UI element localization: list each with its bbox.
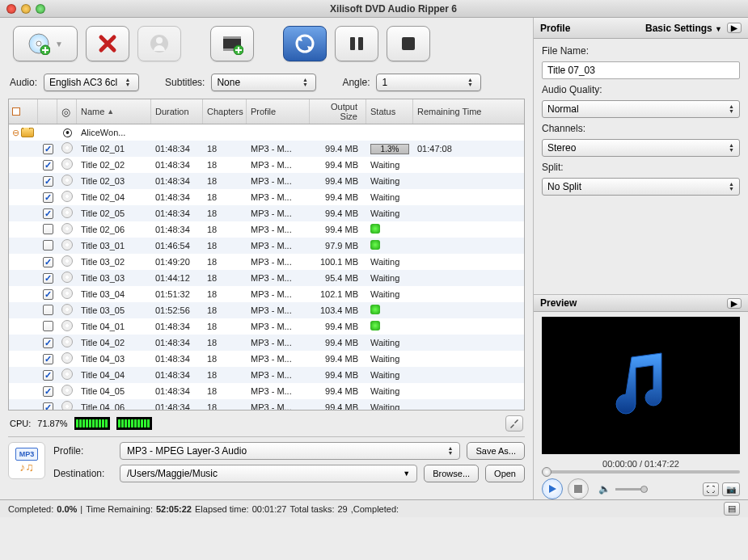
- row-chapters: 18: [203, 192, 247, 202]
- open-button[interactable]: Open: [485, 465, 525, 482]
- row-checkbox[interactable]: [43, 338, 53, 348]
- updown-icon: ▲▼: [464, 78, 475, 87]
- row-checkbox[interactable]: [43, 354, 53, 364]
- table-row[interactable]: Title 04_0401:48:3418MP3 - M...99.4 MBWa…: [9, 367, 524, 383]
- col-output[interactable]: Output Size: [310, 99, 366, 124]
- stop-button[interactable]: [387, 26, 430, 61]
- preview-slider[interactable]: [542, 470, 740, 474]
- clip-button[interactable]: [210, 26, 254, 61]
- disc-icon: [61, 368, 73, 380]
- split-select[interactable]: No Split ▲▼: [542, 178, 740, 196]
- play-button[interactable]: [542, 478, 563, 499]
- channels-select[interactable]: Stereo ▲▼: [542, 139, 740, 157]
- settings-dropdown[interactable]: Basic Settings ▼: [645, 23, 722, 34]
- save-as-button[interactable]: Save As...: [467, 442, 525, 460]
- row-output: 99.4 MB: [310, 225, 366, 234]
- col-chapters[interactable]: Chapters: [203, 99, 247, 124]
- profile-label: Profile:: [53, 445, 113, 457]
- table-row[interactable]: Title 04_0201:48:3418MP3 - M...99.4 MBWa…: [9, 335, 524, 351]
- add-disc-button[interactable]: ▼: [13, 26, 78, 61]
- remove-button[interactable]: [86, 26, 129, 61]
- row-checkbox[interactable]: [43, 386, 53, 397]
- row-profile: MP3 - M...: [247, 241, 310, 251]
- row-chapters: 18: [203, 144, 247, 154]
- row-status: [366, 240, 413, 251]
- table-row[interactable]: Title 02_0201:48:3418MP3 - M...99.4 MBWa…: [9, 157, 524, 173]
- preview-stop-button[interactable]: [568, 478, 589, 499]
- row-profile: MP3 - M...: [247, 338, 310, 347]
- table-row[interactable]: Title 03_0401:51:3218MP3 - M...102.1 MBW…: [9, 286, 524, 302]
- table-row[interactable]: Title 04_0501:48:3418MP3 - M...99.4 MBWa…: [9, 383, 524, 399]
- table-row[interactable]: Title 04_0601:48:3418MP3 - M...99.4 MBWa…: [9, 399, 524, 410]
- row-name: Title 02_01: [77, 144, 151, 154]
- table-row[interactable]: Title 04_0301:48:3418MP3 - M...99.4 MBWa…: [9, 351, 524, 367]
- row-checkbox[interactable]: [43, 321, 53, 331]
- table-row[interactable]: Title 02_0501:48:3418MP3 - M...99.4 MBWa…: [9, 205, 524, 221]
- angle-select[interactable]: 1 ▲▼: [376, 74, 481, 91]
- settings-button[interactable]: [505, 415, 523, 432]
- row-status: Waiting: [366, 338, 413, 347]
- table-row[interactable]: Title 02_0301:48:3418MP3 - M...99.4 MBWa…: [9, 173, 524, 189]
- table-row[interactable]: Title 02_0601:48:3418MP3 - M...99.4 MB: [9, 221, 524, 238]
- browse-button[interactable]: Browse...: [424, 465, 479, 482]
- table-row[interactable]: Title 03_0101:46:5418MP3 - M...97.9 MB: [9, 238, 524, 254]
- table-row[interactable]: Title 04_0101:48:3418MP3 - M...99.4 MB: [9, 318, 524, 335]
- row-duration: 01:48:34: [151, 322, 203, 331]
- close-button[interactable]: [6, 4, 16, 14]
- minimize-button[interactable]: [21, 4, 31, 14]
- col-duration[interactable]: Duration: [151, 99, 203, 124]
- row-duration: 01:48:34: [151, 354, 203, 364]
- fullscreen-button[interactable]: ⛶: [703, 482, 719, 496]
- row-checkbox[interactable]: [43, 208, 53, 219]
- audio-quality-label: Audio Quality:: [542, 84, 740, 95]
- pause-button[interactable]: [335, 26, 378, 61]
- audio-quality-select[interactable]: Normal ▲▼: [542, 100, 740, 118]
- convert-button[interactable]: [283, 26, 327, 61]
- expand-icon[interactable]: ▶: [727, 298, 742, 309]
- row-output: 99.4 MB: [310, 176, 366, 186]
- col-type[interactable]: ◎: [57, 99, 77, 124]
- expand-icon[interactable]: ▶: [727, 23, 742, 33]
- chevron-down-icon: ▼: [403, 469, 410, 478]
- volume-icon[interactable]: 🔈: [598, 483, 611, 495]
- table-row[interactable]: Title 03_0301:44:1218MP3 - M...95.4 MBWa…: [9, 270, 524, 286]
- table-row[interactable]: Title 03_0501:52:5618MP3 - M...103.4 MB: [9, 302, 524, 318]
- zoom-button[interactable]: [36, 4, 45, 14]
- row-checkbox[interactable]: [43, 224, 53, 234]
- row-checkbox[interactable]: [43, 305, 53, 315]
- filename-input[interactable]: [542, 61, 740, 79]
- table-row[interactable]: Title 02_0401:48:3418MP3 - M...99.4 MBWa…: [9, 189, 524, 205]
- row-checkbox[interactable]: [43, 402, 53, 411]
- group-row[interactable]: ⊖ ⦿ AliceWon...: [9, 124, 524, 141]
- row-checkbox[interactable]: [43, 144, 53, 154]
- row-checkbox[interactable]: [43, 176, 53, 187]
- subtitles-select[interactable]: None ▲▼: [211, 74, 316, 91]
- updown-icon: ▲▼: [122, 78, 133, 87]
- row-checkbox[interactable]: [43, 289, 53, 300]
- snapshot-button[interactable]: 📷: [722, 482, 740, 496]
- col-check[interactable]: [38, 99, 57, 124]
- row-duration: 01:48:34: [151, 338, 203, 347]
- row-checkbox[interactable]: [43, 273, 53, 284]
- col-remaining[interactable]: Remaining Time: [413, 99, 494, 124]
- row-checkbox[interactable]: [43, 257, 53, 267]
- row-checkbox[interactable]: [43, 192, 53, 203]
- row-name: Title 03_04: [77, 289, 151, 299]
- clear-button[interactable]: [137, 26, 181, 61]
- table-row[interactable]: Title 02_0101:48:3418MP3 - M...99.4 MB1.…: [9, 141, 524, 157]
- destination-field[interactable]: /Users/Maggie/Music ▼: [120, 465, 417, 482]
- row-checkbox[interactable]: [43, 370, 53, 381]
- col-profile[interactable]: Profile: [247, 99, 310, 124]
- disc-icon: [61, 336, 73, 347]
- slider-thumb[interactable]: [542, 467, 551, 477]
- col-expand[interactable]: [9, 99, 38, 124]
- row-checkbox[interactable]: [43, 240, 53, 251]
- profile-select[interactable]: MP3 - MPEG Layer-3 Audio ▲▼: [120, 442, 460, 460]
- row-checkbox[interactable]: [43, 160, 53, 171]
- col-name[interactable]: Name▲: [77, 99, 151, 124]
- log-button[interactable]: ▤: [724, 502, 740, 516]
- col-status[interactable]: Status: [366, 99, 413, 124]
- volume-slider[interactable]: [615, 488, 648, 491]
- audio-select[interactable]: English AC3 6cl ▲▼: [44, 74, 139, 91]
- table-row[interactable]: Title 03_0201:49:2018MP3 - M...100.1 MBW…: [9, 254, 524, 270]
